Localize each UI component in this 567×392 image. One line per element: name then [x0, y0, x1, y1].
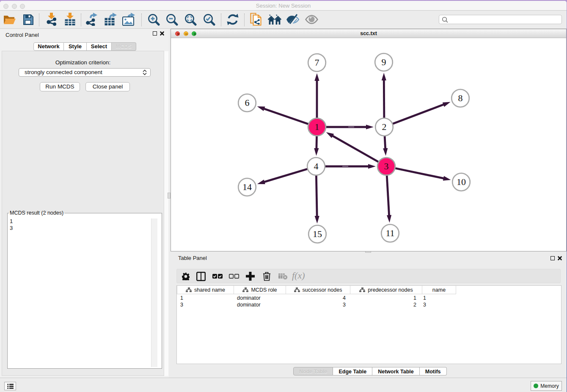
svg-text:7: 7 [315, 57, 319, 68]
svg-text:4: 4 [314, 161, 319, 171]
svg-text:10: 10 [457, 177, 466, 187]
svg-text:8: 8 [458, 93, 463, 103]
svg-text:2: 2 [382, 121, 387, 132]
svg-text:9: 9 [382, 57, 386, 67]
svg-text:14: 14 [242, 182, 252, 192]
svg-text:1: 1 [315, 121, 319, 132]
svg-text:3: 3 [384, 161, 389, 171]
svg-text:6: 6 [245, 97, 250, 108]
svg-text:15: 15 [313, 229, 322, 239]
svg-text:11: 11 [385, 228, 394, 238]
